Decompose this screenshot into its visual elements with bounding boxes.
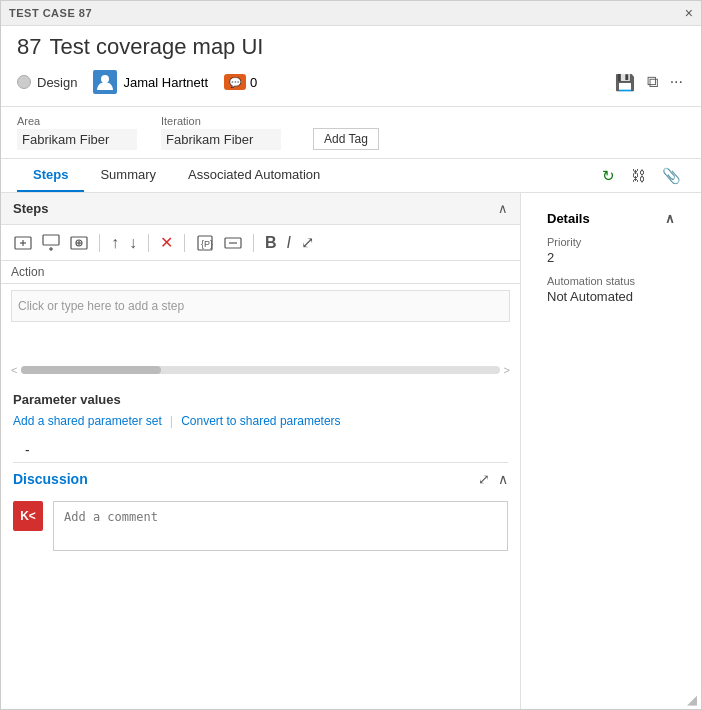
user-info[interactable]: Jamal Hartnett: [93, 70, 208, 94]
tabs-row: Steps Summary Associated Automation ↻ ⛓ …: [1, 159, 701, 193]
toolbar-separator-1: [99, 234, 100, 252]
priority-label: Priority: [547, 236, 675, 248]
bold-button[interactable]: B: [262, 232, 280, 254]
resize-handle[interactable]: ◢: [687, 692, 697, 707]
refresh-icon[interactable]: ↻: [598, 165, 619, 187]
title-bar: TEST CASE 87 ×: [1, 1, 701, 26]
spacer-minus: -: [1, 438, 520, 462]
param-separator: |: [170, 413, 173, 428]
tab-icons: ↻ ⛓ 📎: [598, 165, 685, 187]
main-panel: Steps ∧: [1, 193, 521, 709]
area-value[interactable]: Fabrikam Fiber: [17, 129, 137, 150]
convert-shared-params-link[interactable]: Convert to shared parameters: [181, 414, 340, 428]
save-button[interactable]: 💾: [613, 71, 637, 94]
italic-button[interactable]: I: [284, 232, 294, 254]
work-item-number: 87: [17, 34, 41, 60]
work-item-title-row: 87 Test coverage map UI: [17, 34, 685, 60]
toolbar-separator-2: [148, 234, 149, 252]
fullscreen-step-button[interactable]: ⤢: [298, 231, 317, 254]
details-title: Details ∧: [547, 211, 675, 226]
content-area: Steps ∧: [1, 193, 701, 709]
status-badge[interactable]: Design: [17, 75, 77, 90]
horizontal-scrollbar[interactable]: [21, 366, 499, 374]
delete-step-button[interactable]: ✕: [157, 231, 176, 254]
automation-status-value: Not Automated: [547, 289, 675, 304]
discussion-section: Discussion ⤢ ∧ K<: [1, 462, 520, 551]
iteration-field: Iteration Fabrikam Fiber: [161, 115, 281, 150]
comment-icon-symbol: 💬: [229, 77, 241, 88]
scrollbar-area: < >: [1, 358, 520, 382]
title-bar-label: TEST CASE 87: [9, 7, 92, 19]
steps-spacer: [1, 328, 520, 358]
insert-step-below-button[interactable]: [39, 232, 63, 254]
scrollbar-thumb: [21, 366, 161, 374]
user-name: Jamal Hartnett: [123, 75, 208, 90]
svg-text:{P}: {P}: [201, 239, 213, 249]
move-down-button[interactable]: ↓: [126, 232, 140, 254]
link-icon[interactable]: ⛓: [627, 165, 650, 186]
tab-summary[interactable]: Summary: [84, 159, 172, 192]
svg-point-0: [101, 75, 109, 83]
iteration-label: Iteration: [161, 115, 281, 127]
discussion-header: Discussion ⤢ ∧: [13, 462, 508, 495]
comment-bubble: 💬: [224, 74, 246, 90]
copy-button[interactable]: ⧉: [645, 71, 660, 93]
insert-step-button[interactable]: [11, 232, 35, 254]
close-button[interactable]: ×: [685, 5, 693, 21]
action-column-header: Action: [11, 265, 510, 279]
discussion-title: Discussion: [13, 471, 88, 487]
details-collapse-icon[interactable]: ∧: [665, 211, 675, 226]
status-dot: [17, 75, 31, 89]
toolbar-separator-4: [253, 234, 254, 252]
work-item-name: Test coverage map UI: [49, 34, 263, 60]
avatar: [93, 70, 117, 94]
iteration-value[interactable]: Fabrikam Fiber: [161, 129, 281, 150]
area-label: Area: [17, 115, 137, 127]
toolbar-actions: 💾 ⧉ ···: [613, 71, 685, 94]
attach-icon[interactable]: 📎: [658, 165, 685, 187]
collapse-link[interactable]: -: [13, 442, 508, 458]
comment-icon-group[interactable]: 💬 0: [224, 74, 257, 90]
work-item-toolbar: Design Jamal Hartnett 💬 0 💾 ⧉: [17, 70, 685, 102]
add-step-row[interactable]: Click or type here to add a step: [1, 284, 520, 328]
add-tag-button[interactable]: Add Tag: [313, 128, 379, 150]
steps-table-header: Action: [1, 261, 520, 284]
tab-associated-automation[interactable]: Associated Automation: [172, 159, 336, 192]
comment-row: K<: [13, 501, 508, 551]
comment-avatar-text: K<: [20, 509, 36, 523]
param-links: Add a shared parameter set | Convert to …: [13, 413, 508, 428]
comment-user-avatar: K<: [13, 501, 43, 531]
area-field: Area Fabrikam Fiber: [17, 115, 137, 150]
side-panel: Details ∧ Priority 2 Automation status N…: [521, 193, 701, 709]
steps-collapse-button[interactable]: ∧: [498, 201, 508, 216]
insert-param2-button[interactable]: [221, 232, 245, 254]
move-up-button[interactable]: ↑: [108, 232, 122, 254]
automation-status-label: Automation status: [547, 275, 675, 287]
steps-section-header: Steps ∧: [1, 193, 520, 225]
add-step-input[interactable]: Click or type here to add a step: [11, 290, 510, 322]
comment-count: 0: [250, 75, 257, 90]
insert-param-button[interactable]: {P}: [193, 232, 217, 254]
steps-toolbar: ↑ ↓ ✕ {P} B: [1, 225, 520, 261]
steps-section-title: Steps: [13, 201, 48, 216]
steps-table: Action Click or type here to add a step: [1, 261, 520, 328]
main-window: TEST CASE 87 × 87 Test coverage map UI D…: [0, 0, 702, 710]
toolbar-separator-3: [184, 234, 185, 252]
scroll-right-arrow[interactable]: >: [504, 364, 510, 376]
more-button[interactable]: ···: [668, 71, 685, 93]
work-item-header: 87 Test coverage map UI Design Jamal Har…: [1, 26, 701, 107]
meta-row: Area Fabrikam Fiber Iteration Fabrikam F…: [1, 107, 701, 159]
discussion-collapse-icon[interactable]: ∧: [498, 471, 508, 487]
insert-shared-step-button[interactable]: [67, 232, 91, 254]
discussion-expand-icon[interactable]: ⤢: [478, 471, 490, 487]
param-title: Parameter values: [13, 392, 508, 407]
comment-input[interactable]: [53, 501, 508, 551]
details-section: Details ∧ Priority 2 Automation status N…: [535, 203, 687, 312]
discussion-header-icons: ⤢ ∧: [478, 471, 508, 487]
add-shared-param-link[interactable]: Add a shared parameter set: [13, 414, 162, 428]
scroll-left-arrow[interactable]: <: [11, 364, 17, 376]
priority-value: 2: [547, 250, 675, 265]
param-section: Parameter values Add a shared parameter …: [1, 382, 520, 438]
svg-rect-4: [43, 235, 59, 245]
tab-steps[interactable]: Steps: [17, 159, 84, 192]
